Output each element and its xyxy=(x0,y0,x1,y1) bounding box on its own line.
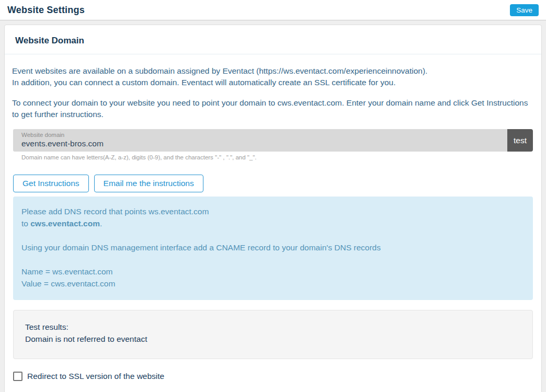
intro-line-2: In addition, you can connect a custom do… xyxy=(12,78,395,87)
test-results-box: Test results: Domain is not referred to … xyxy=(13,310,533,359)
dns-instruction-line-2: to cws.eventact.com. xyxy=(21,217,525,229)
app-header: Website Settings Save xyxy=(0,0,546,20)
ssl-redirect-row: Redirect to SSL version of the website xyxy=(13,372,533,381)
domain-input-group: Website domain test xyxy=(13,129,533,152)
ssl-redirect-checkbox[interactable] xyxy=(13,372,22,381)
page-title: Website Settings xyxy=(7,5,85,16)
dns-instruction-line-1: Please add DNS record that points ws.eve… xyxy=(21,205,525,217)
intro-line-1: Event websites are available on a subdom… xyxy=(12,66,427,75)
card-title: Website Domain xyxy=(5,25,541,54)
connect-paragraph: To connect your domain to your website y… xyxy=(12,97,534,120)
get-instructions-button[interactable]: Get Instructions xyxy=(13,175,89,192)
card-body: Event websites are available on a subdom… xyxy=(5,54,541,392)
test-results-title: Test results: xyxy=(25,321,521,333)
test-button[interactable]: test xyxy=(507,129,533,152)
intro-paragraph: Event websites are available on a subdom… xyxy=(12,65,534,88)
actions-row: Get Instructions Email me the instructio… xyxy=(13,175,533,192)
dns-record-value: Value = cws.eventact.com xyxy=(21,278,525,290)
dns-instruction-cname: Using your domain DNS management interfa… xyxy=(21,241,525,253)
domain-input[interactable] xyxy=(21,138,497,148)
test-results-message: Domain is not referred to eventact xyxy=(25,333,521,345)
email-instructions-button[interactable]: Email me the instructions xyxy=(94,175,203,192)
settings-card: Website Domain Event websites are availa… xyxy=(4,25,542,392)
domain-field-label: Website domain xyxy=(21,132,507,138)
dns-instructions-box: Please add DNS record that points ws.eve… xyxy=(13,197,533,300)
dns-record-name: Name = ws.eventact.com xyxy=(21,266,525,278)
dns-record-values: Name = ws.eventact.com Value = cws.event… xyxy=(21,266,525,290)
save-button[interactable]: Save xyxy=(510,4,539,16)
cname-target-domain: cws.eventact.com xyxy=(30,219,100,228)
domain-field-container: Website domain xyxy=(13,129,507,152)
domain-helper-text: Domain name can have letters(A-Z, a-z), … xyxy=(21,154,533,160)
dns-instruction-point: Please add DNS record that points ws.eve… xyxy=(21,205,525,229)
ssl-redirect-label[interactable]: Redirect to SSL version of the website xyxy=(27,372,164,381)
